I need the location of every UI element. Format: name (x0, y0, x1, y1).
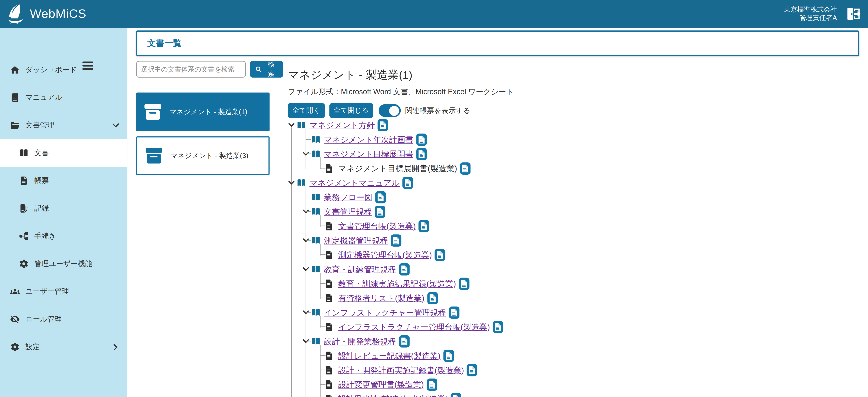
chevron-down-icon[interactable] (302, 305, 309, 320)
sidebar-item-procedures[interactable]: 手続き (0, 222, 127, 250)
logout-icon[interactable] (846, 6, 862, 22)
open-file-button[interactable] (375, 191, 386, 203)
sidebar-item-label: 文書 (34, 148, 49, 158)
tree-item-link[interactable]: 教育・訓練管理規程 (324, 264, 396, 275)
open-file-button[interactable] (403, 177, 413, 189)
app-header: WebMiCS 東京標準株式会社 管理責任者A (0, 0, 868, 28)
sidebar-item-admin-user-functions[interactable]: 管理ユーザー機能 (0, 250, 127, 278)
company-name: 東京標準株式会社 (784, 5, 837, 14)
book-icon (10, 93, 20, 103)
tree-node: 設計妥当性確認記録書(製造業) (317, 392, 859, 397)
tree-row: 業務フロー図 (302, 190, 859, 204)
open-all-button[interactable]: 全て開く (288, 103, 325, 118)
form-document-icon (326, 395, 335, 397)
open-file-button[interactable] (435, 249, 445, 261)
chevron-down-icon[interactable] (302, 262, 309, 277)
tree-row: 設計・開発計画実施記録書(製造業) (317, 363, 859, 377)
tree-item-link[interactable]: 設計レビュー記録書(製造業) (338, 350, 440, 361)
open-file-button[interactable] (399, 335, 409, 348)
tree-row: 教育・訓練実施結果記録(製造業) (317, 277, 859, 291)
open-file-button[interactable] (449, 307, 460, 319)
sidebar-item-document-management[interactable]: 文書管理 (0, 111, 127, 139)
sidebar-item-manual[interactable]: マニュアル (0, 84, 127, 111)
search-bar: 検索 (136, 61, 283, 78)
open-file-button[interactable] (375, 206, 385, 218)
document-tree: マネジメント方針マネジメント年次計画書マネジメント目標展開書マネジメント目標展開… (288, 118, 859, 397)
open-file-button[interactable] (451, 393, 461, 397)
sidebar-item-records[interactable]: 記録 (0, 195, 127, 222)
tree-item-link[interactable]: マネジメントマニュアル (310, 177, 400, 188)
form-document-icon (326, 351, 335, 360)
tree-item-link[interactable]: 設計・開発業務規程 (324, 336, 396, 347)
open-file-button[interactable] (459, 278, 469, 290)
chevron-down-icon[interactable] (302, 334, 309, 349)
app-logo[interactable]: WebMiCS (5, 3, 86, 25)
tree-item-link[interactable]: 設計・開発計画実施記録書(製造業) (338, 365, 464, 375)
user-name: 管理責任者A (784, 14, 837, 22)
tree-row: インフラストラクチャー管理台帳(製造業) (317, 320, 859, 334)
search-button[interactable]: 検索 (250, 61, 283, 78)
open-book-icon (297, 179, 306, 187)
sidebar-item-role-management[interactable]: ロール管理 (0, 305, 127, 333)
sidebar-item-label: ダッシュボード (26, 65, 77, 75)
tree-row: 設計変更管理書(製造業) (317, 377, 859, 392)
tree-item-link[interactable]: 測定機器管理台帳(製造業) (338, 250, 432, 260)
chevron-down-icon[interactable] (302, 204, 309, 219)
tree-item-link[interactable]: 有資格者リスト(製造業) (338, 293, 425, 303)
gear-icon (19, 259, 29, 269)
close-all-button[interactable]: 全て閉じる (329, 103, 373, 118)
chevron-down-icon[interactable] (302, 233, 309, 248)
open-file-button[interactable] (418, 220, 429, 232)
chevron-down-icon[interactable] (288, 176, 294, 190)
sidebar-item-forms[interactable]: 帳票 (0, 167, 127, 195)
search-button-label: 検索 (265, 60, 278, 79)
tree-row: マネジメント方針 (288, 118, 859, 133)
sidebar-item-settings[interactable]: 設定 (0, 333, 127, 361)
open-file-button[interactable] (427, 292, 438, 304)
tree-item-link[interactable]: マネジメント年次計画書 (324, 134, 413, 145)
tree-item-link[interactable]: マネジメント目標展開書 (324, 149, 413, 159)
open-file-button[interactable] (416, 148, 427, 160)
open-file-button[interactable] (391, 234, 401, 247)
form-document-icon (326, 222, 335, 230)
open-file-button[interactable] (427, 379, 437, 391)
open-file-button[interactable] (399, 263, 409, 276)
chevron-down-icon[interactable] (302, 147, 309, 161)
tree-item-link[interactable]: 文書管理台帳(製造業) (338, 221, 416, 231)
open-book-icon (311, 150, 320, 158)
tree-item-link[interactable]: 教育・訓練実施結果記録(製造業) (338, 279, 456, 289)
open-file-button[interactable] (460, 162, 470, 175)
tree-item-link[interactable]: マネジメント目標展開書(製造業) (338, 163, 457, 174)
document-set-card-management-manufacturing-3[interactable]: マネジメント - 製造業(3) (136, 136, 270, 175)
chevron-down-icon[interactable] (113, 123, 119, 128)
open-file-button[interactable] (378, 119, 388, 131)
open-file-button[interactable] (443, 350, 454, 362)
chevron-down-icon[interactable] (288, 118, 294, 133)
tree-item-link[interactable]: 設計変更管理書(製造業) (338, 379, 424, 390)
related-forms-toggle[interactable] (378, 104, 401, 117)
search-input[interactable] (136, 61, 245, 78)
users-icon (10, 287, 20, 297)
tree-item-link[interactable]: 業務フロー図 (324, 192, 372, 202)
open-file-button[interactable] (467, 364, 477, 376)
tree-item-link[interactable]: マネジメント方針 (310, 120, 375, 131)
tree-item-link[interactable]: インフラストラクチャー管理規程 (324, 307, 446, 318)
document-set-list: マネジメント - 製造業(1)マネジメント - 製造業(3) (136, 93, 283, 175)
open-file-button[interactable] (416, 134, 427, 146)
tree-item-link[interactable]: 文書管理規程 (324, 206, 372, 217)
document-set-card-management-manufacturing-1[interactable]: マネジメント - 製造業(1) (136, 93, 270, 131)
form-document-icon (326, 164, 335, 173)
tree-item-link[interactable]: インフラストラクチャー管理台帳(製造業) (338, 322, 490, 332)
sidebar-item-dashboard[interactable]: ダッシュボード (0, 56, 127, 84)
tree-row: 文書管理規程 (302, 204, 859, 219)
open-file-button[interactable] (493, 321, 503, 333)
sidebar-item-documents[interactable]: 文書 (0, 139, 127, 167)
chevron-right-icon[interactable] (113, 344, 119, 349)
tree-item-link[interactable]: 設計妥当性確認記録書(製造業) (338, 394, 448, 397)
page-title: 文書一覧 (147, 37, 182, 49)
app-name: WebMiCS (30, 7, 87, 21)
caret-spacer (317, 392, 323, 397)
tree-item-link[interactable]: 測定機器管理規程 (324, 235, 388, 246)
page-title-box: 文書一覧 (136, 30, 859, 56)
sidebar-item-user-management[interactable]: ユーザー管理 (0, 278, 127, 305)
